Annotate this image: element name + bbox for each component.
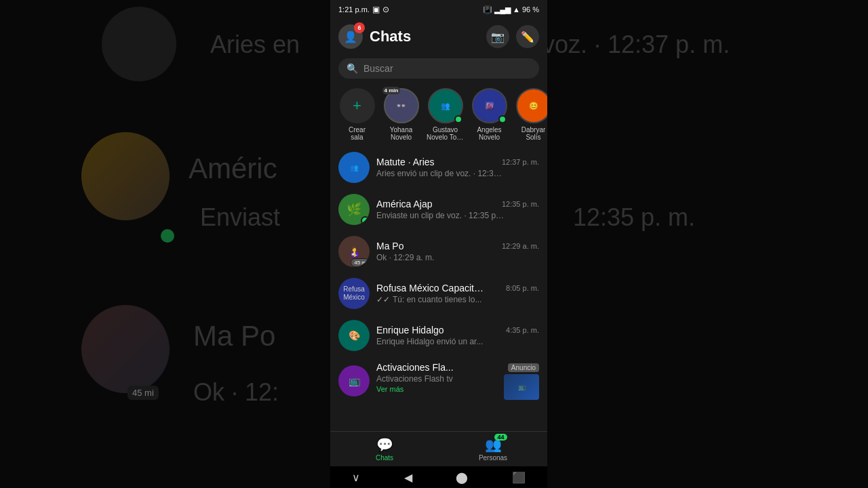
gustavo-online [454,115,462,123]
header-left: 👤 6 Chats [338,24,411,49]
timer-icon: ⊙ [382,5,389,14]
story-gustavo[interactable]: 👥 GustavoNovelo Tor... [427,88,464,141]
header-actions: 📷 ✏️ [486,25,539,48]
ad-badge: Anuncio [508,363,539,372]
notification-badge: 6 [354,22,365,33]
chat-info-mapo: Ma Po 12:29 a. m. Ok · 12:29 a. m. [376,241,539,262]
create-room-avatar: + [340,88,375,123]
nav-chats[interactable]: 💬 Chats [364,436,405,462]
chat-item-activaciones[interactable]: 📺 Activaciones Fla... Anuncio Activacion… [330,357,547,405]
phone-panel: 1:21 p.m. ▣ ⊙ 📳 ▂▄▆ ▲ 96 % 👤 6 Chats 📷 ✏… [330,0,547,488]
chat-info-america: América Ajap 12:35 p. m. Enviaste un cli… [376,199,539,220]
chat-preview-enrique: Enrique Hidalgo envió un ar... [376,337,483,346]
angeles-name: AngelesNovelo [477,126,501,141]
mapo-unread-badge: 45 m [351,258,370,267]
chat-preview-matute: Aries envió un clip de voz. · 12:37 p. m… [376,169,505,178]
chat-name-mapo: Ma Po [376,241,403,251]
chat-time-mapo: 12:29 a. m. [502,242,539,250]
story-angeles[interactable]: 🌆 AngelesNovelo [471,88,508,141]
story-timer-yohana: 4 min [382,87,401,94]
sim-icon: ▣ [372,5,380,14]
ad-see-more[interactable]: Ver más [376,385,453,393]
people-nav-label: Personas [479,454,507,462]
battery-level: 96 % [522,5,539,14]
page-title: Chats [370,28,411,45]
people-badge: 44 [494,434,507,441]
status-bar: 1:21 p.m. ▣ ⊙ 📳 ▂▄▆ ▲ 96 % [330,0,547,19]
chat-info-enrique: Enrique Hidalgo 4:35 p. m. Enrique Hidal… [376,325,539,346]
gustavo-name: GustavoNovelo Tor... [427,126,464,141]
chat-avatar-enrique: 🎨 [338,320,370,351]
chat-name-enrique: Enrique Hidalgo [376,325,444,336]
chat-info-matute: Matute · Aries 12:37 p. m. Aries envió u… [376,157,539,178]
double-check-icon: ✓✓ [376,295,390,304]
chat-avatar-america: 🌿 [338,194,370,225]
chat-info-rofusa: Rofusa México Capacitación 8:05 p. m. ✓✓… [376,283,539,304]
chat-time-matute: 12:37 p. m. [502,158,539,166]
chat-preview-mapo: Ok · 12:29 a. m. [376,253,434,262]
nav-back-button[interactable]: ◀ [404,471,412,484]
chat-avatar-activaciones: 📺 [338,365,370,396]
chat-info-activaciones: Activaciones Fla... Anuncio Activaciones… [376,362,539,400]
chat-preview-america: Enviaste un clip de voz. · 12:35 p. m. [376,211,505,220]
chats-nav-label: Chats [376,454,393,462]
ad-thumbnail: 📺 [504,374,539,400]
story-yohana[interactable]: 👓 4 min YohanaNovelo [382,88,420,141]
system-nav: ∨ ◀ ⬤ ⬛ [330,466,547,488]
dabryar-avatar-wrap: 😊 [516,88,548,123]
story-create-room[interactable]: + Crearsala [338,88,376,141]
dabryar-name: DabryarSolís [521,126,546,141]
bottom-nav: 💬 Chats 👥 44 Personas [330,431,547,466]
chat-list: 👥 Matute · Aries 12:37 p. m. Aries envió… [330,146,547,431]
chat-time-america: 12:35 p. m. [502,200,539,208]
search-bar[interactable]: 🔍 Buscar [338,58,539,79]
angeles-online [498,115,507,123]
angeles-avatar-wrap: 🌆 [472,88,507,123]
create-room-avatar-wrap: + [340,88,375,123]
nav-recents-button[interactable]: ⬛ [512,471,526,484]
chat-item-enrique[interactable]: 🎨 Enrique Hidalgo 4:35 p. m. Enrique Hid… [330,314,547,357]
vibrate-icon: 📳 [483,5,492,14]
chat-item-rofusa[interactable]: RefusaMéxico Rofusa México Capacitación … [330,272,547,314]
yohana-avatar-wrap: 👓 4 min [384,88,419,123]
chat-item-america[interactable]: 🌿 América Ajap 12:35 p. m. Enviaste un c… [330,188,547,230]
create-room-label: Crearsala [349,126,366,141]
stories-row: + Crearsala 👓 4 min YohanaNovelo 👥 Gusta… [330,83,547,146]
chat-time-enrique: 4:35 p. m. [506,326,539,334]
chat-time-rofusa: 8:05 p. m. [506,284,539,292]
edit-button[interactable]: ✏️ [516,25,539,48]
chat-avatar-matute: 👥 [338,152,370,183]
status-time: 1:21 p.m. ▣ ⊙ [338,5,389,14]
signal-bars: ▂▄▆ [494,5,511,14]
chat-preview-rofusa: Tú: en cuanto tienes lo... [393,295,481,304]
chat-avatar-mapo: 🤱 45 m [338,236,370,267]
chat-name-matute: Matute · Aries [376,157,435,167]
yohana-name: YohanaNovelo [390,126,413,141]
search-icon: 🔍 [347,63,358,74]
nav-people[interactable]: 👥 44 Personas [473,436,513,462]
header-avatar-wrap[interactable]: 👤 6 [338,24,363,49]
story-dabryar[interactable]: 😊 DabryarSolís [515,88,547,141]
chat-name-rofusa: Rofusa México Capacitación [376,283,485,293]
chat-name-america: América Ajap [376,199,432,209]
chat-item-matute[interactable]: 👥 Matute · Aries 12:37 p. m. Aries envió… [330,146,547,188]
nav-home-button[interactable]: ⬤ [456,471,468,484]
app-header: 👤 6 Chats 📷 ✏️ [330,19,547,54]
camera-button[interactable]: 📷 [486,25,509,48]
gustavo-avatar-wrap: 👥 [428,88,463,123]
search-input[interactable]: Buscar [363,63,531,74]
chat-avatar-rofusa: RefusaMéxico [338,278,370,309]
wifi-icon: ▲ [513,5,520,14]
dabryar-avatar: 😊 [516,88,548,123]
nav-down-button[interactable]: ∨ [352,471,360,484]
chat-item-mapo[interactable]: 🤱 45 m Ma Po 12:29 a. m. Ok · 12:29 a. m… [330,230,547,272]
chat-preview-activaciones: Activaciones Flash tv [376,374,453,384]
chats-nav-icon: 💬 [376,437,393,452]
status-indicators: 📳 ▂▄▆ ▲ 96 % [483,5,539,14]
america-online-dot [361,216,370,225]
chat-name-activaciones: Activaciones Fla... [376,362,454,373]
